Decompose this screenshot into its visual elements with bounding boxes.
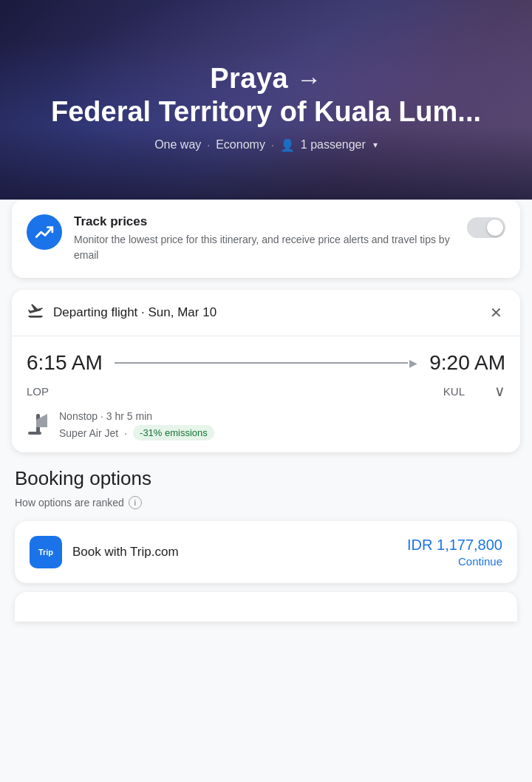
hero-title-line1: Praya → (210, 63, 322, 95)
route-arrow-icon: → (296, 65, 322, 93)
booking-provider-name: Book with Trip.com (72, 545, 397, 560)
airline-tail-icon (27, 412, 50, 439)
flight-airports-row: LOP KUL ∨ (27, 382, 505, 400)
flight-route-line: ▶ (115, 357, 418, 369)
arrive-airport-code: KUL (443, 385, 465, 398)
flight-expand-chevron-icon[interactable]: ∨ (494, 382, 505, 400)
hero-header: Praya → Federal Territory of Kuala Lum..… (0, 0, 532, 214)
arrive-time: 9:20 AM (429, 351, 505, 375)
flight-details: 6:15 AM ▶ 9:20 AM LOP KUL ∨ (12, 336, 520, 452)
passengers-chevron-icon[interactable]: ▾ (373, 140, 378, 150)
main-content: Track prices Monitor the lowest price fo… (0, 200, 532, 639)
track-prices-title: Track prices (74, 214, 455, 229)
flight-header-text: Departing flight · Sun, Mar 10 (53, 305, 478, 320)
ranking-subtitle-text: How options are ranked (15, 497, 124, 509)
passengers-label: 1 passenger (301, 138, 366, 152)
departing-flight-card: Departing flight · Sun, Mar 10 ✕ 6:15 AM… (12, 290, 520, 452)
separator-dot-1: · (207, 139, 210, 151)
route-arrowhead-icon: ▶ (409, 357, 417, 369)
separator-dot-2: · (271, 139, 274, 151)
route-line (115, 362, 409, 364)
trip-com-logo-text: Trip (38, 548, 53, 557)
trending-up-icon (35, 222, 54, 242)
booking-option-card[interactable]: Trip Book with Trip.com IDR 1,177,800 Co… (15, 521, 517, 583)
flight-info-row: Nonstop · 3 hr 5 min Super Air Jet · -31… (27, 410, 505, 441)
track-prices-card: Track prices Monitor the lowest price fo… (12, 200, 520, 278)
booking-continue-button[interactable]: Continue (458, 555, 502, 568)
hero-title-line2: Federal Territory of Kuala Lum... (51, 96, 481, 128)
track-prices-text: Track prices Monitor the lowest price fo… (74, 214, 455, 263)
stop-info: Nonstop · 3 hr 5 min (59, 410, 152, 422)
flight-meta-info: Nonstop · 3 hr 5 min Super Air Jet · -31… (59, 410, 214, 441)
emissions-badge: -31% emissions (133, 425, 214, 441)
depart-airport-info: LOP (27, 385, 49, 398)
destination-city: Federal Territory of Kuala Lum... (51, 96, 481, 127)
flight-times-row: 6:15 AM ▶ 9:20 AM (27, 351, 505, 375)
booking-options-subtitle: How options are ranked i (15, 496, 517, 509)
passenger-icon: 👤 (280, 138, 295, 152)
svg-rect-3 (28, 432, 41, 435)
depart-time: 6:15 AM (27, 351, 103, 375)
separator-dot: · (124, 427, 127, 439)
booking-price-section: IDR 1,177,800 Continue (407, 537, 502, 568)
booking-options-title: Booking options (15, 467, 517, 490)
origin-city: Praya (210, 63, 288, 94)
flight-card-header: Departing flight · Sun, Mar 10 ✕ (12, 290, 520, 336)
flight-close-button[interactable]: ✕ (487, 302, 505, 323)
cabin-class-label: Economy (216, 138, 265, 152)
booking-price: IDR 1,177,800 (407, 537, 502, 554)
booking-options-section: Booking options How options are ranked i… (12, 467, 520, 622)
airline-name: Super Air Jet (59, 427, 118, 439)
depart-airport-code: LOP (27, 385, 49, 398)
hero-subtitle: One way · Economy · 👤 1 passenger ▾ (154, 138, 378, 152)
track-prices-toggle[interactable] (467, 217, 505, 238)
track-prices-description: Monitor the lowest price for this itiner… (74, 232, 455, 263)
track-prices-icon (27, 214, 62, 250)
trip-com-logo: Trip (30, 536, 62, 568)
trip-type-label: One way (154, 138, 201, 152)
info-circle-icon[interactable]: i (129, 496, 142, 509)
partial-card-hint (15, 592, 517, 622)
departing-plane-icon (27, 302, 44, 324)
